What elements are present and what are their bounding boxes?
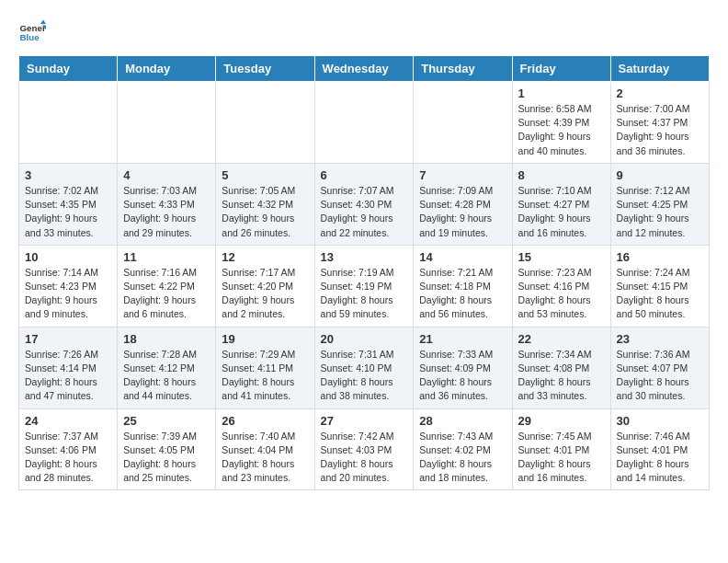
day-info: Sunrise: 7:10 AM Sunset: 4:27 PM Dayligh… [518, 184, 605, 240]
calendar-cell: 20Sunrise: 7:31 AM Sunset: 4:10 PM Dayli… [314, 327, 414, 408]
calendar-cell: 14Sunrise: 7:21 AM Sunset: 4:18 PM Dayli… [414, 245, 512, 327]
day-number: 12 [222, 250, 308, 264]
day-info: Sunrise: 7:16 AM Sunset: 4:22 PM Dayligh… [123, 266, 210, 322]
svg-marker-2 [40, 20, 46, 25]
day-number: 2 [617, 86, 703, 100]
day-number: 25 [123, 414, 210, 428]
day-number: 18 [123, 332, 210, 346]
calendar-cell: 28Sunrise: 7:43 AM Sunset: 4:02 PM Dayli… [414, 408, 512, 490]
calendar-cell: 4Sunrise: 7:03 AM Sunset: 4:33 PM Daylig… [118, 163, 216, 245]
day-info: Sunrise: 7:37 AM Sunset: 4:06 PM Dayligh… [25, 430, 111, 486]
weekday-header-saturday: Saturday [610, 56, 709, 82]
day-number: 4 [123, 168, 210, 182]
day-info: Sunrise: 7:03 AM Sunset: 4:33 PM Dayligh… [123, 184, 210, 240]
day-number: 27 [321, 414, 408, 428]
calendar-cell: 1Sunrise: 6:58 AM Sunset: 4:39 PM Daylig… [512, 82, 610, 164]
day-number: 1 [518, 86, 605, 100]
day-info: Sunrise: 7:43 AM Sunset: 4:02 PM Dayligh… [419, 430, 506, 486]
calendar-cell [19, 82, 118, 164]
calendar-cell [414, 82, 512, 164]
day-number: 15 [518, 250, 605, 264]
calendar-week-4: 17Sunrise: 7:26 AM Sunset: 4:14 PM Dayli… [19, 327, 710, 408]
day-number: 21 [419, 332, 506, 346]
calendar-cell: 9Sunrise: 7:12 AM Sunset: 4:25 PM Daylig… [610, 163, 709, 245]
calendar-cell: 19Sunrise: 7:29 AM Sunset: 4:11 PM Dayli… [216, 327, 314, 408]
day-info: Sunrise: 7:46 AM Sunset: 4:01 PM Dayligh… [617, 430, 703, 486]
calendar-cell: 8Sunrise: 7:10 AM Sunset: 4:27 PM Daylig… [512, 163, 610, 245]
day-info: Sunrise: 7:00 AM Sunset: 4:37 PM Dayligh… [617, 102, 703, 158]
day-number: 5 [222, 168, 308, 182]
calendar-cell: 10Sunrise: 7:14 AM Sunset: 4:23 PM Dayli… [19, 245, 118, 327]
day-info: Sunrise: 7:45 AM Sunset: 4:01 PM Dayligh… [518, 430, 605, 486]
day-info: Sunrise: 7:05 AM Sunset: 4:32 PM Dayligh… [222, 184, 308, 240]
calendar-week-2: 3Sunrise: 7:02 AM Sunset: 4:35 PM Daylig… [19, 163, 710, 245]
day-info: Sunrise: 7:28 AM Sunset: 4:12 PM Dayligh… [123, 348, 210, 404]
day-number: 7 [419, 168, 506, 182]
calendar-cell: 26Sunrise: 7:40 AM Sunset: 4:04 PM Dayli… [216, 408, 314, 490]
day-info: Sunrise: 7:23 AM Sunset: 4:16 PM Dayligh… [518, 266, 605, 322]
weekday-header-row: SundayMondayTuesdayWednesdayThursdayFrid… [19, 56, 710, 82]
day-number: 24 [25, 414, 111, 428]
day-number: 30 [617, 414, 703, 428]
weekday-header-wednesday: Wednesday [314, 56, 414, 82]
day-number: 17 [25, 332, 111, 346]
calendar-cell [314, 82, 414, 164]
calendar-cell [118, 82, 216, 164]
calendar-cell: 6Sunrise: 7:07 AM Sunset: 4:30 PM Daylig… [314, 163, 414, 245]
calendar-cell: 5Sunrise: 7:05 AM Sunset: 4:32 PM Daylig… [216, 163, 314, 245]
calendar-cell: 17Sunrise: 7:26 AM Sunset: 4:14 PM Dayli… [19, 327, 118, 408]
svg-text:General: General [20, 23, 47, 33]
day-info: Sunrise: 7:19 AM Sunset: 4:19 PM Dayligh… [321, 266, 408, 322]
weekday-header-monday: Monday [118, 56, 216, 82]
weekday-header-friday: Friday [512, 56, 610, 82]
day-info: Sunrise: 7:12 AM Sunset: 4:25 PM Dayligh… [617, 184, 703, 240]
day-number: 10 [25, 250, 111, 264]
calendar-cell: 7Sunrise: 7:09 AM Sunset: 4:28 PM Daylig… [414, 163, 512, 245]
calendar-cell: 3Sunrise: 7:02 AM Sunset: 4:35 PM Daylig… [19, 163, 118, 245]
calendar-week-1: 1Sunrise: 6:58 AM Sunset: 4:39 PM Daylig… [19, 82, 710, 164]
day-info: Sunrise: 7:34 AM Sunset: 4:08 PM Dayligh… [518, 348, 605, 404]
day-info: Sunrise: 7:29 AM Sunset: 4:11 PM Dayligh… [222, 348, 308, 404]
day-number: 29 [518, 414, 605, 428]
logo-icon: General Blue [18, 18, 46, 46]
day-number: 14 [419, 250, 506, 264]
calendar-week-3: 10Sunrise: 7:14 AM Sunset: 4:23 PM Dayli… [19, 245, 710, 327]
calendar-table: SundayMondayTuesdayWednesdayThursdayFrid… [18, 55, 710, 490]
calendar-cell: 24Sunrise: 7:37 AM Sunset: 4:06 PM Dayli… [19, 408, 118, 490]
day-info: Sunrise: 7:39 AM Sunset: 4:05 PM Dayligh… [123, 430, 210, 486]
day-info: Sunrise: 7:14 AM Sunset: 4:23 PM Dayligh… [25, 266, 111, 322]
calendar-cell: 21Sunrise: 7:33 AM Sunset: 4:09 PM Dayli… [414, 327, 512, 408]
calendar-cell: 15Sunrise: 7:23 AM Sunset: 4:16 PM Dayli… [512, 245, 610, 327]
day-number: 8 [518, 168, 605, 182]
day-info: Sunrise: 7:42 AM Sunset: 4:03 PM Dayligh… [321, 430, 408, 486]
weekday-header-thursday: Thursday [414, 56, 512, 82]
calendar-cell: 27Sunrise: 7:42 AM Sunset: 4:03 PM Dayli… [314, 408, 414, 490]
day-number: 6 [321, 168, 408, 182]
calendar-cell: 30Sunrise: 7:46 AM Sunset: 4:01 PM Dayli… [610, 408, 709, 490]
day-info: Sunrise: 7:09 AM Sunset: 4:28 PM Dayligh… [419, 184, 506, 240]
svg-text:Blue: Blue [20, 32, 40, 42]
day-number: 26 [222, 414, 308, 428]
day-info: Sunrise: 7:21 AM Sunset: 4:18 PM Dayligh… [419, 266, 506, 322]
day-info: Sunrise: 7:33 AM Sunset: 4:09 PM Dayligh… [419, 348, 506, 404]
day-info: Sunrise: 6:58 AM Sunset: 4:39 PM Dayligh… [518, 102, 605, 158]
day-info: Sunrise: 7:02 AM Sunset: 4:35 PM Dayligh… [25, 184, 111, 240]
calendar-cell: 23Sunrise: 7:36 AM Sunset: 4:07 PM Dayli… [610, 327, 709, 408]
calendar-cell: 22Sunrise: 7:34 AM Sunset: 4:08 PM Dayli… [512, 327, 610, 408]
header: General Blue [18, 18, 710, 46]
day-info: Sunrise: 7:17 AM Sunset: 4:20 PM Dayligh… [222, 266, 308, 322]
calendar-cell: 29Sunrise: 7:45 AM Sunset: 4:01 PM Dayli… [512, 408, 610, 490]
calendar-cell: 2Sunrise: 7:00 AM Sunset: 4:37 PM Daylig… [610, 82, 709, 164]
day-number: 16 [617, 250, 703, 264]
logo: General Blue [18, 18, 46, 46]
day-info: Sunrise: 7:26 AM Sunset: 4:14 PM Dayligh… [25, 348, 111, 404]
day-info: Sunrise: 7:24 AM Sunset: 4:15 PM Dayligh… [617, 266, 703, 322]
day-info: Sunrise: 7:31 AM Sunset: 4:10 PM Dayligh… [321, 348, 408, 404]
calendar-week-5: 24Sunrise: 7:37 AM Sunset: 4:06 PM Dayli… [19, 408, 710, 490]
calendar-cell: 25Sunrise: 7:39 AM Sunset: 4:05 PM Dayli… [118, 408, 216, 490]
day-number: 19 [222, 332, 308, 346]
calendar-cell: 13Sunrise: 7:19 AM Sunset: 4:19 PM Dayli… [314, 245, 414, 327]
day-info: Sunrise: 7:40 AM Sunset: 4:04 PM Dayligh… [222, 430, 308, 486]
day-number: 3 [25, 168, 111, 182]
calendar-cell [216, 82, 314, 164]
